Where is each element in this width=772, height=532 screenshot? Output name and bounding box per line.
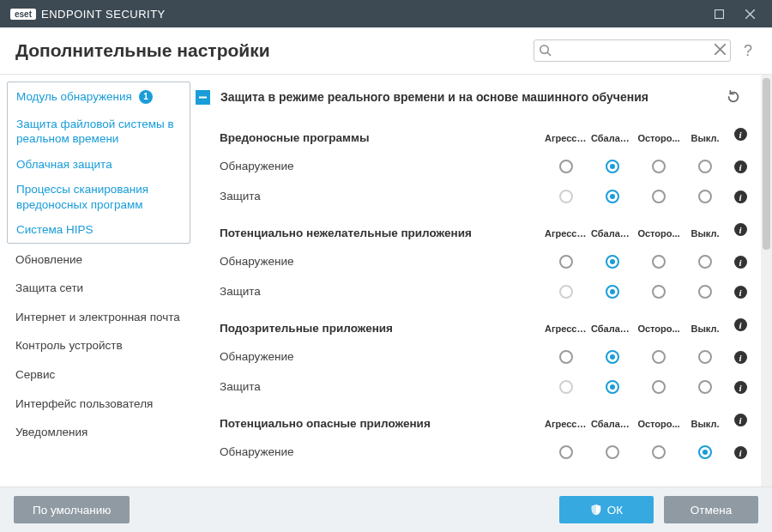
info-cell: i [728, 184, 752, 209]
radio-option[interactable] [606, 285, 619, 299]
radio-option[interactable] [698, 445, 712, 459]
shield-icon [590, 504, 602, 516]
info-icon[interactable]: i [734, 256, 747, 269]
column-header: Выкл. [682, 403, 728, 436]
page-title: Дополнительные настройки [15, 40, 534, 61]
column-header: Сбаланс... [589, 118, 636, 150]
info-icon[interactable]: i [734, 446, 747, 459]
radio-cell [636, 184, 682, 209]
brand-text: ENDPOINT SECURITY [41, 8, 166, 21]
sidebar-item-detection-module[interactable]: Модуль обнаружения 1 [8, 82, 190, 112]
radio-option[interactable] [606, 350, 619, 364]
radio-cell [543, 249, 589, 275]
info-icon[interactable]: i [734, 351, 747, 364]
row-label: Обнаружение [190, 246, 543, 276]
clear-search-icon[interactable] [715, 44, 726, 55]
radio-option [559, 285, 573, 299]
window-close-button[interactable] [734, 0, 765, 27]
info-icon[interactable]: i [734, 223, 747, 236]
sidebar-item-network[interactable]: Защита сети [7, 274, 190, 303]
info-icon[interactable]: i [734, 190, 747, 203]
radio-cell [543, 184, 589, 209]
radio-option[interactable] [652, 380, 666, 394]
svg-rect-0 [715, 9, 723, 18]
ok-button[interactable]: ОК [559, 496, 654, 523]
sidebar-item-notifications[interactable]: Уведомления [7, 418, 190, 447]
radio-option[interactable] [606, 380, 619, 394]
radio-option[interactable] [652, 160, 666, 173]
group-title: Вредоносные программы [190, 116, 543, 151]
window-maximize-button[interactable] [703, 0, 734, 27]
info-icon[interactable]: i [734, 128, 747, 141]
info-cell: i [728, 439, 752, 465]
sidebar-item-device-control[interactable]: Контроль устройств [7, 331, 190, 360]
sidebar-sub-realtime[interactable]: Защита файловой системы в реальном време… [8, 112, 190, 152]
info-cell: i [728, 154, 752, 179]
radio-cell [636, 279, 682, 305]
search-wrap [534, 39, 731, 62]
radio-option[interactable] [698, 350, 712, 364]
radio-option[interactable] [606, 160, 619, 173]
info-icon[interactable]: i [734, 414, 747, 426]
info-cell: i [728, 407, 752, 432]
radio-option[interactable] [606, 190, 619, 203]
radio-option[interactable] [652, 350, 666, 364]
sidebar-item-ui[interactable]: Интерфейс пользователя [7, 390, 190, 419]
radio-cell [589, 374, 636, 400]
info-icon[interactable]: i [734, 286, 747, 299]
column-header: Сбаланс... [589, 403, 636, 436]
radio-option[interactable] [652, 255, 666, 269]
sidebar-sub-hips[interactable]: Система HIPS [8, 217, 190, 243]
scrollbar[interactable] [761, 75, 772, 487]
info-icon[interactable]: i [734, 318, 747, 331]
section-title: Защита в режиме реального времени и на о… [220, 90, 723, 104]
info-cell: i [728, 249, 752, 275]
radio-option[interactable] [652, 445, 666, 459]
radio-option[interactable] [698, 190, 712, 203]
radio-option[interactable] [606, 445, 619, 459]
radio-option[interactable] [559, 350, 573, 364]
scrollbar-thumb[interactable] [763, 78, 770, 250]
radio-cell [589, 279, 636, 305]
radio-cell [543, 279, 589, 305]
radio-option[interactable] [559, 255, 573, 269]
radio-option[interactable] [652, 190, 666, 203]
column-header: Выкл. [682, 308, 728, 341]
radio-option [559, 380, 573, 394]
column-header: Агресси... [543, 213, 589, 245]
sidebar-item-web-email[interactable]: Интернет и электронная почта [7, 303, 190, 332]
ok-label: ОК [607, 504, 623, 517]
radio-option[interactable] [559, 445, 573, 459]
radio-option[interactable] [606, 255, 619, 269]
row-label: Защита [190, 372, 543, 402]
search-input[interactable] [534, 39, 731, 62]
radio-cell [543, 344, 589, 370]
row-label: Защита [190, 276, 543, 306]
radio-option[interactable] [698, 160, 712, 173]
sidebar-item-update[interactable]: Обновление [7, 245, 190, 275]
row-label: Обнаружение [190, 437, 543, 467]
radio-option[interactable] [559, 160, 573, 173]
sidebar-item-tools[interactable]: Сервис [7, 360, 190, 390]
cancel-button[interactable]: Отмена [664, 496, 758, 523]
group-title: Потенциально нежелательные приложения [190, 211, 543, 246]
collapse-toggle[interactable] [196, 90, 210, 105]
help-button[interactable]: ? [739, 42, 757, 60]
default-button[interactable]: По умолчанию [14, 496, 130, 523]
radio-option[interactable] [698, 285, 712, 299]
column-header: Осторо... [636, 118, 682, 150]
radio-option[interactable] [698, 380, 712, 394]
info-icon[interactable]: i [734, 381, 747, 394]
radio-option[interactable] [698, 255, 712, 269]
column-header: Выкл. [682, 118, 728, 150]
search-icon [539, 44, 552, 57]
radio-cell [589, 439, 636, 465]
header: Дополнительные настройки ? [0, 27, 772, 75]
row-label: Обнаружение [190, 342, 543, 372]
radio-option[interactable] [652, 285, 666, 299]
revert-icon[interactable] [723, 87, 744, 107]
sidebar-sub-scan[interactable]: Процессы сканирования вредоносных програ… [8, 177, 190, 217]
info-icon[interactable]: i [734, 160, 747, 173]
sidebar-sub-cloud[interactable]: Облачная защита [8, 152, 190, 178]
group-title: Потенциально опасные приложения [190, 402, 543, 437]
